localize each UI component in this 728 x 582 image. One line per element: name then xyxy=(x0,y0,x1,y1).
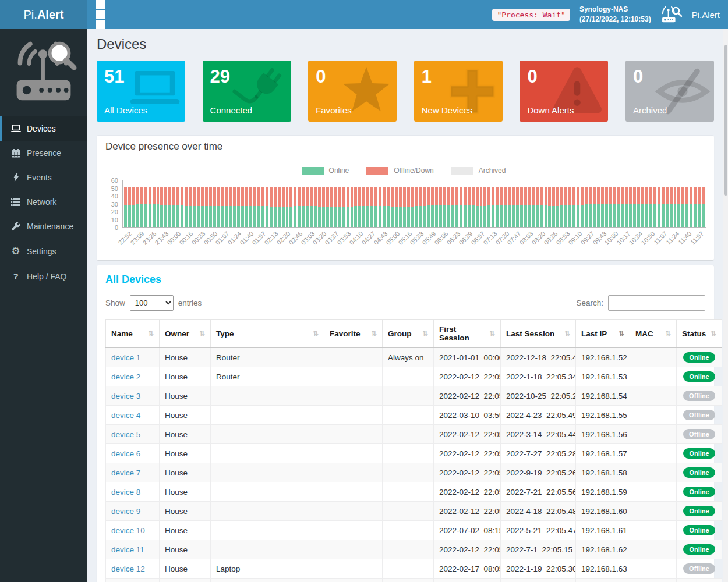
cell-name: device 7 xyxy=(106,463,160,482)
chart-bar xyxy=(528,180,531,227)
status-badge: Online xyxy=(683,544,715,555)
chart-bar xyxy=(455,180,458,227)
chart-bar xyxy=(653,180,656,227)
cell-last-ip: 192.168.1.56 xyxy=(576,425,630,444)
status-badge: Offline xyxy=(683,391,715,401)
table-row: device 4House2022-03-10 03:552022-4-23 2… xyxy=(106,406,722,425)
chart-bar xyxy=(694,180,697,227)
sidebar-logo xyxy=(0,29,87,116)
search-input[interactable] xyxy=(608,295,705,311)
brand-normal: Pi. xyxy=(24,8,37,22)
chart-bar xyxy=(439,180,442,227)
card-all-devices[interactable]: 51 All Devices xyxy=(97,61,185,122)
cell-type xyxy=(211,482,324,502)
chart-bar xyxy=(524,180,527,227)
card-down-alerts[interactable]: 0 Down Alerts xyxy=(520,61,608,122)
page-length-select[interactable]: 100 xyxy=(130,295,174,311)
chart-bar xyxy=(330,180,333,227)
chart-bar xyxy=(641,180,644,227)
table-row: device 11House2022-02-12 22:052022-7-1 2… xyxy=(106,540,722,559)
column-header-group[interactable]: Group⇅ xyxy=(383,320,434,348)
status-badge: Online xyxy=(683,448,715,459)
cell-status: Offline xyxy=(677,559,722,579)
cell-name: device 3 xyxy=(106,386,160,406)
cell-first-session: 2022-02-12 22:05 xyxy=(434,386,501,406)
status-badge: Online xyxy=(683,467,715,478)
cell-group xyxy=(383,502,434,521)
cell-owner: House xyxy=(160,463,211,482)
sidebar-item-presence[interactable]: Presence xyxy=(0,141,87,165)
cell-favorite xyxy=(324,386,383,406)
app-logo[interactable]: Pi.Alert xyxy=(0,0,87,29)
cell-last-session: 2022-5-21 22:05.47 xyxy=(501,521,576,540)
cell-type: Router xyxy=(211,367,324,386)
cell-owner: House xyxy=(160,348,211,367)
device-name-link[interactable]: device 6 xyxy=(111,449,140,458)
chart-bar xyxy=(443,180,446,227)
chart-bar xyxy=(483,180,486,227)
chart-bar xyxy=(229,180,232,227)
entries-label: entries xyxy=(178,299,202,307)
chart-bar xyxy=(629,180,632,227)
device-name-link[interactable]: device 10 xyxy=(111,526,145,535)
status-badge: Online xyxy=(683,487,715,497)
cell-owner: House xyxy=(160,482,211,502)
chart-bar xyxy=(645,180,648,227)
sidebar-item-network[interactable]: Network xyxy=(0,190,87,214)
cell-first-session: 2022-02-17 08:05 xyxy=(434,559,501,579)
column-header-type[interactable]: Type⇅ xyxy=(211,320,324,348)
chart-bar xyxy=(520,180,523,227)
device-name-link[interactable]: device 2 xyxy=(111,372,140,381)
cell-first-session: 2022-03-10 03:55 xyxy=(434,406,501,425)
device-name-link[interactable]: device 4 xyxy=(111,411,140,420)
chart-bar xyxy=(492,180,494,227)
device-name-link[interactable]: device 3 xyxy=(111,392,140,400)
cell-group xyxy=(383,386,434,406)
chart-bar xyxy=(407,180,410,227)
card-archived[interactable]: 0 Archived xyxy=(625,61,714,122)
card-new-devices[interactable]: 1 New Devices xyxy=(414,61,503,122)
sidebar-toggle-button[interactable] xyxy=(87,0,114,29)
device-name-link[interactable]: device 11 xyxy=(111,545,144,554)
cell-status: Online xyxy=(677,348,722,367)
chart-bar xyxy=(237,180,240,227)
column-header-first-session[interactable]: First Session⇅ xyxy=(434,320,501,348)
device-name-link[interactable]: device 8 xyxy=(111,488,140,496)
chart-bar xyxy=(564,180,567,227)
column-header-name[interactable]: Name⇅ xyxy=(106,320,160,348)
chart-bar xyxy=(197,180,200,227)
column-header-last-ip[interactable]: Last IP⇅ xyxy=(576,320,630,348)
table-row: device 13House2022-07-19 23:452022-8-28 … xyxy=(106,579,722,582)
device-name-link[interactable]: device 7 xyxy=(111,469,140,477)
cell-favorite xyxy=(324,482,383,502)
cell-last-session: 2022-1-19 22:05.30 xyxy=(501,559,576,579)
device-name-link[interactable]: device 12 xyxy=(111,565,145,573)
column-label: Status xyxy=(682,329,706,338)
column-header-mac[interactable]: MAC⇅ xyxy=(630,320,677,348)
vertical-scrollbar[interactable] xyxy=(723,29,728,582)
cell-type xyxy=(211,521,324,540)
card-label: Down Alerts xyxy=(527,105,574,115)
column-header-status[interactable]: Status⇅ xyxy=(677,320,722,348)
column-header-last-session[interactable]: Last Session⇅ xyxy=(501,320,576,348)
card-connected[interactable]: 29 Connected xyxy=(203,61,291,122)
sidebar-item-help[interactable]: ? Help / FAQ xyxy=(0,264,87,289)
column-header-owner[interactable]: Owner⇅ xyxy=(160,320,211,348)
device-name-link[interactable]: device 9 xyxy=(111,507,140,516)
device-name-link[interactable]: device 1 xyxy=(111,353,140,362)
cell-name: device 1 xyxy=(106,348,160,367)
cell-last-ip: 192.168.1.52 xyxy=(576,348,630,367)
card-favorites[interactable]: 0 Favorites xyxy=(308,61,397,122)
sidebar-item-settings[interactable]: ⚙ Settings xyxy=(0,239,87,264)
cell-owner: House xyxy=(160,559,211,579)
cell-type xyxy=(211,463,324,482)
sidebar-item-devices[interactable]: Devices xyxy=(0,116,87,141)
sidebar-item-maintenance[interactable]: Maintenance xyxy=(0,214,87,239)
device-name-link[interactable]: device 5 xyxy=(111,430,140,439)
cell-status: Offline xyxy=(677,406,722,425)
chart-bar xyxy=(593,180,596,227)
scrollbar-thumb[interactable] xyxy=(724,45,727,196)
sidebar-item-events[interactable]: Events xyxy=(0,165,87,190)
column-header-favorite[interactable]: Favorite⇅ xyxy=(324,320,383,348)
cell-mac xyxy=(630,463,677,482)
